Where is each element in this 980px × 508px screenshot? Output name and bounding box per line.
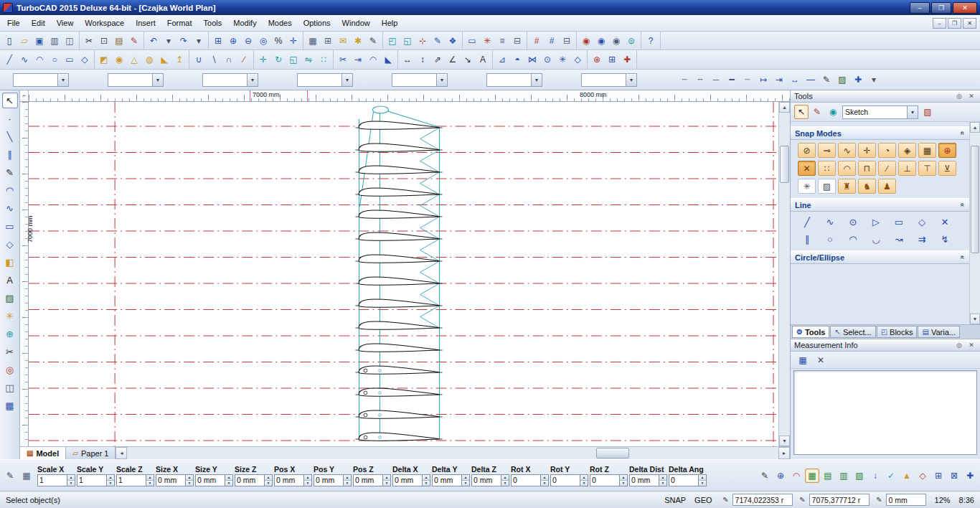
check[interactable]: ✓ xyxy=(884,469,898,483)
spinner[interactable]: ▲▼ xyxy=(461,475,469,486)
coord-icon-y[interactable]: ✎ xyxy=(798,495,808,505)
star-tool[interactable]: ✳ xyxy=(2,308,18,324)
measurement-pin-icon[interactable]: ◎ xyxy=(954,341,964,350)
property-combo-6[interactable]: ▾ xyxy=(486,73,542,87)
zoom-window[interactable]: ⊞ xyxy=(211,34,225,48)
property-combo-4[interactable]: ▾ xyxy=(297,73,353,87)
menu-modes[interactable]: Modes xyxy=(263,17,298,29)
hscroll-track[interactable] xyxy=(127,447,778,459)
vscroll-track[interactable] xyxy=(779,113,790,436)
spin-down-icon[interactable]: ▼ xyxy=(265,481,272,486)
field-input[interactable]: 0 mm▲▼ xyxy=(353,474,391,486)
snap-ref-2[interactable]: ♞ xyxy=(858,179,876,194)
layers[interactable]: ≡ xyxy=(495,34,509,48)
property-combo-7[interactable]: ▾ xyxy=(581,73,637,87)
menu-insert[interactable]: Insert xyxy=(130,17,161,29)
pen-tool[interactable]: ✎ xyxy=(2,164,18,180)
spinner[interactable]: ▲▼ xyxy=(264,475,272,486)
new-file[interactable]: ▯ xyxy=(2,34,17,48)
spin-down-icon[interactable]: ▼ xyxy=(107,481,114,486)
select-area[interactable]: ◱ xyxy=(400,34,415,48)
hscroll-thumb[interactable] xyxy=(596,448,629,458)
field-input[interactable]: 0 mm▲▼ xyxy=(432,474,470,486)
draw-rect[interactable]: ▭ xyxy=(62,52,77,67)
menu-workspace[interactable]: Workspace xyxy=(79,17,130,29)
spin-up-icon[interactable]: ▲ xyxy=(462,475,469,481)
grid-green-2[interactable]: ▤ xyxy=(821,469,835,483)
spin-up-icon[interactable]: ▲ xyxy=(67,475,75,481)
field-input[interactable]: 0 mm▲▼ xyxy=(314,474,352,486)
spinner[interactable]: ▲▼ xyxy=(619,475,627,486)
style-dropdown[interactable]: Sketch ▾ xyxy=(842,105,918,119)
extrude[interactable]: ↥ xyxy=(172,52,187,67)
line-zigzag[interactable]: ↯ xyxy=(934,232,956,246)
spin-down-icon[interactable]: ▼ xyxy=(383,481,390,486)
sheets[interactable]: ⊟ xyxy=(510,34,524,48)
spin-down-icon[interactable]: ▼ xyxy=(501,481,509,486)
no-snap[interactable]: ⊘ xyxy=(798,143,816,158)
spin-down-icon[interactable]: ▼ xyxy=(580,481,588,486)
collapse-chevron-icon[interactable]: « xyxy=(959,255,967,260)
drop-arrow[interactable]: ↓ xyxy=(868,469,882,483)
mdi-restore-button[interactable]: ❐ xyxy=(948,18,961,29)
dropdown-arrow-icon[interactable]: ▾ xyxy=(531,74,542,86)
property-combo-5[interactable]: ▾ xyxy=(392,73,448,87)
coordinate-y-value[interactable]: 7075,377712 r xyxy=(809,494,870,506)
bool-subtract[interactable]: ∖ xyxy=(207,52,221,67)
measurement-info-header[interactable]: Measurement Info ◎ ✕ xyxy=(791,339,980,352)
save-file[interactable]: ▣ xyxy=(32,34,47,48)
snap-ref-3[interactable]: ♟ xyxy=(878,179,896,194)
style-pen[interactable]: ✎ xyxy=(819,72,834,87)
ruler-corner-icon[interactable]: ⌐ xyxy=(20,90,29,101)
spin-down-icon[interactable]: ▼ xyxy=(225,481,232,486)
chamfer[interactable]: ◣ xyxy=(381,52,395,67)
explode[interactable]: ✳ xyxy=(480,34,494,48)
collapse-chevron-icon[interactable]: « xyxy=(959,131,967,136)
clipboard-tool[interactable]: ◫ xyxy=(2,380,18,395)
horizontal-ruler[interactable]: ⌐ 7000 mm 8000 mm xyxy=(20,90,790,102)
vertical-scrollbar[interactable]: ▲ ▼ xyxy=(778,102,790,446)
redo-dropdown[interactable]: ▾ xyxy=(192,34,206,48)
snap-vertex[interactable]: ⊸ xyxy=(818,143,836,158)
pick-point[interactable]: ⊹ xyxy=(415,34,430,48)
dropdown-arrow-icon[interactable]: ▾ xyxy=(436,74,447,86)
parallel-tool[interactable]: ∥ xyxy=(2,146,18,162)
spline-tool[interactable]: ∿ xyxy=(2,200,18,216)
copy[interactable]: ⊡ xyxy=(97,34,111,48)
mod-bowtie[interactable]: ⋈ xyxy=(525,52,540,67)
send-mail[interactable]: ✉ xyxy=(336,34,350,48)
line-single[interactable]: ╱ xyxy=(796,215,818,229)
cut[interactable]: ✂ xyxy=(82,34,96,48)
zoom-extents[interactable]: ◎ xyxy=(256,34,270,48)
mod-circle-dot[interactable]: ⊙ xyxy=(540,52,555,67)
globe-tool[interactable]: ⊕ xyxy=(2,326,18,342)
spinner[interactable]: ▲▼ xyxy=(501,475,509,486)
render-sphere-blue[interactable]: ◉ xyxy=(594,34,608,48)
grid-toggle[interactable]: ▦ xyxy=(306,34,320,48)
arrow-none[interactable]: — xyxy=(804,72,818,87)
panel-select[interactable]: ↖ xyxy=(794,105,809,119)
arrow-end[interactable]: ⇥ xyxy=(772,72,786,87)
snap-cross[interactable]: ✕ xyxy=(798,161,816,176)
menu-window[interactable]: Window xyxy=(336,17,376,29)
geo-indicator[interactable]: GEO xyxy=(694,496,712,504)
tab-paper-1[interactable]: ▱Paper 1 xyxy=(66,447,116,459)
snap-slash[interactable]: ∕ xyxy=(878,161,896,176)
mdi-minimize-button[interactable]: – xyxy=(933,18,946,29)
zoom-percent[interactable]: % xyxy=(271,34,286,48)
snap-intersection[interactable]: ⊕ xyxy=(938,143,956,158)
spin-up-icon[interactable]: ▲ xyxy=(107,475,114,481)
coordinate-z-value[interactable]: 0 mm xyxy=(886,494,926,506)
mod-triangle[interactable]: ⊿ xyxy=(495,52,509,67)
line-tangent-circle[interactable]: ⊙ xyxy=(842,215,864,229)
mirror[interactable]: ⇋ xyxy=(301,52,316,67)
line-rectangle[interactable]: ▭ xyxy=(888,215,910,229)
snap-perpendicular[interactable]: ⊥ xyxy=(898,161,916,176)
window-close-button[interactable]: ✕ xyxy=(953,2,977,14)
scroll-up-icon[interactable]: ▲ xyxy=(779,102,790,113)
arrow-start[interactable]: ↦ xyxy=(756,72,771,87)
draw-polyline[interactable]: ∿ xyxy=(17,52,32,67)
spinner[interactable]: ▲▼ xyxy=(382,475,390,486)
polygon-tool[interactable]: ◇ xyxy=(2,236,18,252)
palette-scroll-up-icon[interactable]: ▲ xyxy=(970,122,980,133)
